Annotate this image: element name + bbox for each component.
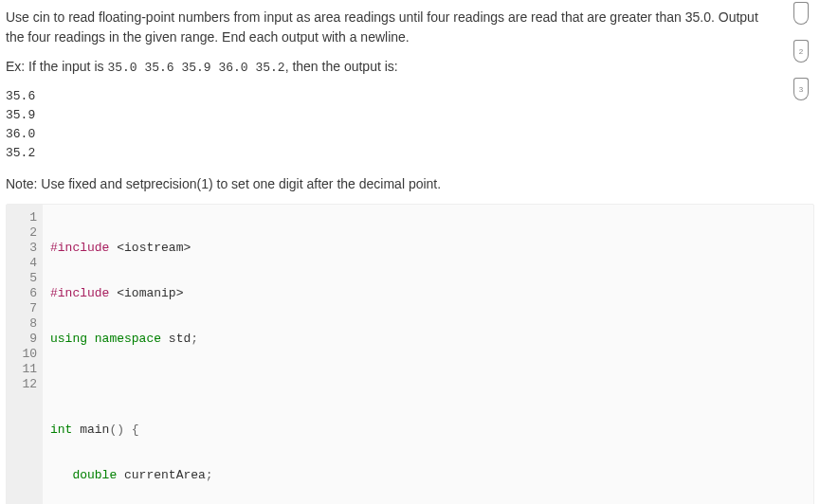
output-line: 35.6 <box>6 89 35 103</box>
line-number: 9 <box>7 332 37 347</box>
note-text: Note: Use fixed and setprecision(1) to s… <box>6 174 814 194</box>
instruction-para-1: Use cin to read floating-point numbers f… <box>6 8 774 47</box>
code-editor[interactable]: 1 2 3 4 5 6 7 8 9 10 11 12 #include <ios… <box>6 204 814 504</box>
line-number: 5 <box>7 271 37 286</box>
line-number: 7 <box>7 301 37 316</box>
badge-shield: 3 <box>793 83 809 100</box>
line-number-gutter: 1 2 3 4 5 6 7 8 9 10 11 12 <box>7 205 43 504</box>
code-line: #include <iostream> <box>50 241 806 256</box>
code-line <box>50 377 806 392</box>
note-para: Note: Use fixed and setprecision(1) to s… <box>6 174 814 194</box>
example-output: 35.6 35.9 36.0 35.2 <box>6 87 814 164</box>
example-suffix: , then the output is: <box>285 59 398 74</box>
code-body[interactable]: #include <iostream> #include <iomanip> u… <box>43 205 813 504</box>
output-line: 35.9 <box>6 108 35 122</box>
example-label: Ex: If the input is <box>6 59 107 74</box>
line-number: 12 <box>7 377 37 392</box>
progress-badges: 2 3 <box>793 8 809 100</box>
badge-shield: 2 <box>793 45 809 63</box>
line-number: 2 <box>7 225 37 241</box>
badge-shield <box>793 8 809 25</box>
problem-instructions: Use cin to read floating-point numbers f… <box>6 8 774 78</box>
example-input: 35.0 35.6 35.9 36.0 35.2 <box>107 61 284 75</box>
line-number: 8 <box>7 316 37 332</box>
output-line: 36.0 <box>6 127 35 141</box>
code-line: #include <iomanip> <box>50 286 806 301</box>
line-number: 3 <box>7 241 37 256</box>
line-number: 10 <box>7 347 37 362</box>
example-intro: Ex: If the input is 35.0 35.6 35.9 36.0 … <box>6 57 774 78</box>
line-number: 6 <box>7 286 37 301</box>
code-line: double currentArea; <box>50 468 806 483</box>
code-line: using namespace std; <box>50 332 806 347</box>
line-number: 1 <box>7 210 37 225</box>
code-line: int main() { <box>50 423 806 438</box>
line-number: 11 <box>7 362 37 377</box>
line-number: 4 <box>7 256 37 271</box>
output-line: 35.2 <box>6 146 35 160</box>
